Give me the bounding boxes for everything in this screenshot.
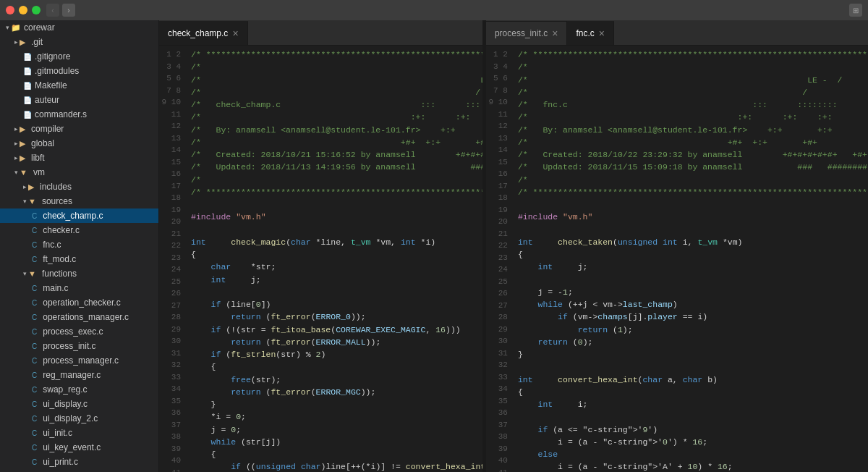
- file-icon: 📄: [23, 111, 32, 119]
- sidebar-item-label: ui_display_2.c: [43, 413, 98, 423]
- file-c-icon: C: [32, 256, 37, 264]
- nav-forward-button[interactable]: ›: [62, 4, 75, 17]
- sidebar-item-operation-checker[interactable]: C operation_checker.c: [0, 295, 158, 310]
- tab-close-button[interactable]: ×: [232, 28, 238, 38]
- tab-label: process_init.c: [495, 28, 548, 38]
- minimize-button[interactable]: [19, 6, 27, 14]
- tab-check-champ[interactable]: check_champ.c ×: [159, 21, 248, 45]
- sidebar-item-fnc[interactable]: C fnc.c: [0, 237, 158, 252]
- sidebar-item-swap-reg[interactable]: C swap_reg.c: [0, 382, 158, 397]
- sidebar-item-gitmodules[interactable]: 📄 .gitmodules: [0, 64, 158, 78]
- sidebar-item-ft-mod[interactable]: C ft_mod.c: [0, 252, 158, 266]
- sidebar-item-label: process_manager.c: [43, 355, 119, 366]
- panel-2-tabs: process_init.c × fnc.c ×: [486, 20, 868, 46]
- file-c-icon: C: [32, 285, 37, 292]
- sidebar-item-process-manager[interactable]: C process_manager.c: [0, 353, 158, 368]
- sidebar-item-functions[interactable]: ▾ ▼ functions: [0, 266, 158, 281]
- file-c-icon: C: [32, 400, 37, 408]
- sidebar-root[interactable]: ▾ 📁 corewar: [0, 20, 158, 35]
- sidebar-item-auteur[interactable]: 📄 auteur: [0, 93, 158, 107]
- close-button[interactable]: [6, 6, 14, 14]
- sidebar-item-git[interactable]: ▸ ▶ .git: [0, 35, 158, 49]
- file-icon: 📄: [23, 53, 32, 61]
- file-c-icon: C: [32, 241, 37, 249]
- sidebar-item-reg-manager[interactable]: C reg_manager.c: [0, 368, 158, 382]
- folder-open-icon: ▼: [20, 168, 27, 177]
- tab-close-button[interactable]: ×: [599, 28, 605, 38]
- sidebar-item-commanders[interactable]: 📄 commander.s: [0, 107, 158, 122]
- sidebar-item-label: process_exec.c: [43, 326, 103, 337]
- tab-label: check_champ.c: [168, 28, 228, 38]
- sidebar-item-includes-label: includes: [40, 182, 72, 192]
- code-content-2[interactable]: /* *************************************…: [512, 46, 868, 472]
- sidebar-item-global[interactable]: ▸ ▶ global: [0, 136, 158, 151]
- sidebar-item-process-exec[interactable]: C process_exec.c: [0, 324, 158, 339]
- sidebar-item-label: ui_print.c: [43, 457, 78, 467]
- sidebar-item-makefile[interactable]: 📄 Makefile: [0, 78, 158, 93]
- sidebar-item-ui-print[interactable]: C ui_print.c: [0, 455, 158, 469]
- file-c-icon: C: [32, 444, 37, 452]
- folder-icon: ▶: [28, 182, 34, 192]
- sidebar-item-label: operations_manager.c: [43, 312, 129, 322]
- tab-process-init[interactable]: process_init.c ×: [486, 21, 568, 45]
- sidebar-item-vm[interactable]: ▾ ▼ vm: [0, 165, 158, 180]
- sidebar-item-git-label: .git: [31, 37, 43, 47]
- sidebar-item-label: Makefile: [35, 80, 67, 90]
- sidebar-item-label: .gitmodules: [35, 66, 79, 76]
- sidebar-item-label: check_champ.c: [43, 211, 103, 221]
- file-c-icon: C: [32, 212, 37, 220]
- sidebar-item-operations-manager[interactable]: C operations_manager.c: [0, 310, 158, 324]
- sidebar-root-label: corewar: [24, 22, 55, 33]
- file-c-icon: C: [32, 386, 37, 394]
- sidebar-item-libft[interactable]: ▸ ▶ libft: [0, 151, 158, 165]
- sidebar-item-ui-init[interactable]: C ui_init.c: [0, 426, 158, 440]
- nav-back-button[interactable]: ‹: [46, 4, 59, 17]
- sidebar-item-label: ui_init.c: [43, 428, 72, 438]
- sidebar-item-label: checker.c: [43, 225, 80, 235]
- sidebar-item-global-label: global: [31, 138, 54, 148]
- sidebar-item-sources[interactable]: ▾ ▼ sources: [0, 194, 158, 208]
- sidebar-item-ui-display2[interactable]: C ui_display_2.c: [0, 411, 158, 426]
- split-view-button[interactable]: ⊞: [849, 4, 862, 17]
- maximize-button[interactable]: [32, 6, 41, 14]
- sidebar-item-label: .gitignore: [35, 51, 70, 62]
- sidebar-item-gitignore[interactable]: 📄 .gitignore: [0, 49, 158, 64]
- sidebar-item-ui-reg-manager[interactable]: C ui_reg_manager.c: [0, 469, 158, 472]
- sidebar-item-checker[interactable]: C checker.c: [0, 223, 158, 237]
- titlebar: ‹ › ⊞: [0, 0, 868, 20]
- code-area-1[interactable]: 1 2 3 4 5 6 7 8 9 10 11 12 13 14 15 16 1…: [159, 46, 482, 472]
- sidebar-item-compiler[interactable]: ▸ ▶ compiler: [0, 122, 158, 136]
- chevron-right-icon: ▸: [14, 125, 18, 132]
- sidebar-item-includes[interactable]: ▸ ▶ includes: [0, 180, 158, 194]
- sidebar-item-label: ui_display.c: [43, 399, 88, 409]
- sidebar[interactable]: ▾ 📁 corewar ▸ ▶ .git 📄 .gitignore 📄 .git…: [0, 20, 159, 472]
- editor-area: check_champ.c × 1 2 3 4 5 6 7 8 9 10 11 …: [159, 20, 868, 472]
- file-c-icon: C: [32, 328, 37, 336]
- sidebar-item-label: auteur: [35, 95, 59, 105]
- file-c-icon: C: [32, 313, 37, 321]
- tab-fnc[interactable]: fnc.c ×: [567, 21, 614, 45]
- folder-open-icon: ▼: [28, 197, 36, 206]
- sidebar-item-check-champ[interactable]: C check_champ.c: [0, 208, 158, 223]
- file-c-icon: C: [32, 227, 37, 235]
- panel-1-tabs: check_champ.c ×: [159, 20, 482, 46]
- sidebar-item-sources-label: sources: [42, 196, 72, 206]
- sidebar-item-label: reg_manager.c: [43, 370, 101, 380]
- sidebar-item-label: ft_mod.c: [43, 254, 76, 264]
- tab-label: fnc.c: [576, 28, 594, 38]
- tab-close-button[interactable]: ×: [552, 28, 558, 38]
- code-area-2[interactable]: 1 2 3 4 5 6 7 8 9 10 11 12 13 14 15 16 1…: [486, 46, 868, 472]
- file-c-icon: C: [32, 415, 37, 423]
- sidebar-item-main[interactable]: C main.c: [0, 281, 158, 295]
- sidebar-item-ui-display[interactable]: C ui_display.c: [0, 397, 158, 411]
- chevron-right-icon: ▸: [14, 140, 18, 147]
- code-content-1[interactable]: /* *************************************…: [185, 46, 482, 472]
- traffic-lights: [6, 6, 41, 14]
- sidebar-item-process-init[interactable]: C process_init.c: [0, 339, 158, 353]
- sidebar-item-ui-key-event[interactable]: C ui_key_event.c: [0, 440, 158, 455]
- editors-container: check_champ.c × 1 2 3 4 5 6 7 8 9 10 11 …: [159, 20, 868, 472]
- chevron-down-icon: ▾: [23, 270, 27, 277]
- file-c-icon: C: [32, 342, 37, 350]
- sidebar-item-label: swap_reg.c: [43, 384, 87, 395]
- line-numbers-1: 1 2 3 4 5 6 7 8 9 10 11 12 13 14 15 16 1…: [159, 46, 185, 472]
